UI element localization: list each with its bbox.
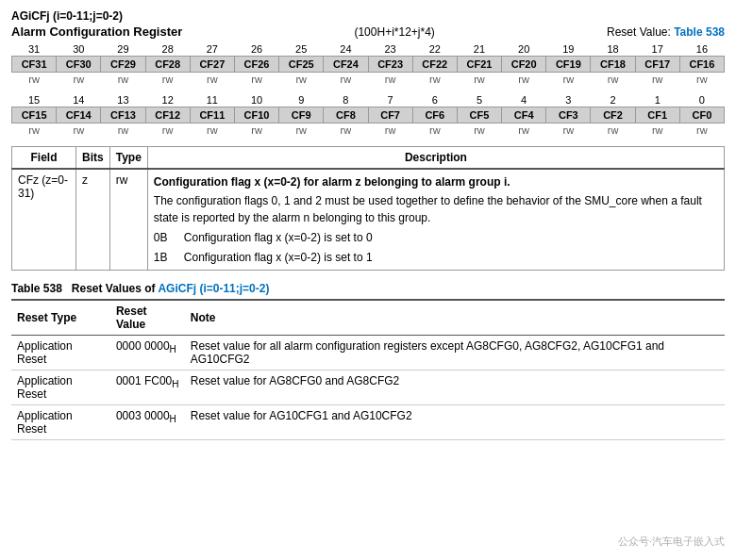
reset-table-header: Note bbox=[185, 300, 725, 336]
sub-item-label: 1B bbox=[154, 249, 176, 266]
access-cell: rw bbox=[635, 124, 679, 138]
bit-number: 25 bbox=[279, 42, 324, 57]
reset-cell-note: Reset value for all alarm configuration … bbox=[185, 336, 725, 371]
reset-table-row: Application Reset0001 FC00HReset value f… bbox=[11, 371, 725, 405]
field-cell: CF23 bbox=[368, 57, 412, 73]
bit-number: 30 bbox=[57, 42, 101, 57]
bit-number: 31 bbox=[12, 42, 57, 57]
field-cell: CF5 bbox=[457, 107, 501, 124]
access-cell: rw bbox=[412, 73, 457, 87]
field-cell: CF17 bbox=[635, 57, 679, 73]
bit-number: 14 bbox=[57, 93, 101, 107]
access-cell: rw bbox=[12, 73, 57, 87]
field-cell: CF14 bbox=[57, 107, 101, 124]
access-cell: rw bbox=[591, 73, 635, 87]
field-cell: CF27 bbox=[190, 57, 234, 73]
field-table: FieldBitsTypeDescription CFz (z=0-31)zrw… bbox=[11, 146, 725, 271]
bit-number: 20 bbox=[502, 42, 546, 57]
bit-number: 29 bbox=[101, 42, 145, 57]
sub-item-text: Configuration flag x (x=0-2) is set to 0 bbox=[184, 229, 373, 246]
reset-cell-type: Application Reset bbox=[11, 371, 110, 405]
reset-cell-value: 0003 0000H bbox=[110, 405, 185, 440]
field-cell: CF26 bbox=[234, 57, 278, 73]
bit-number: 11 bbox=[190, 93, 234, 107]
bit-number: 27 bbox=[190, 42, 234, 57]
field-cell: CF11 bbox=[190, 107, 234, 124]
access-cell: rw bbox=[57, 73, 101, 87]
field-cell: CF21 bbox=[457, 57, 501, 73]
register-id: AGiCFj (i=0-11;j=0-2) bbox=[11, 9, 725, 23]
bit-number: 3 bbox=[546, 93, 591, 107]
reset-cell-note: Reset value for AG8CFG0 and AG8CFG2 bbox=[185, 371, 725, 405]
reset-table-header: Reset Value bbox=[110, 300, 185, 336]
reset-cell-value: 0001 FC00H bbox=[110, 371, 185, 405]
field-cell: CF12 bbox=[145, 107, 190, 124]
access-cell: rw bbox=[190, 124, 234, 138]
access-cell: rw bbox=[591, 124, 635, 138]
field-cell: CF9 bbox=[279, 107, 324, 124]
access-cell: rw bbox=[679, 73, 724, 87]
reset-table: Reset TypeReset ValueNote Application Re… bbox=[11, 299, 725, 440]
field-bits-cell: z bbox=[76, 169, 110, 271]
access-cell: rw bbox=[502, 73, 546, 87]
reset-value-label: Reset Value: Table 538 bbox=[607, 25, 725, 39]
access-cell: rw bbox=[546, 124, 591, 138]
reset-table-title: Table 538 Reset Values of AGiCFj (i=0-11… bbox=[11, 282, 725, 295]
bit-number: 19 bbox=[546, 42, 591, 57]
bit-number: 7 bbox=[368, 93, 412, 107]
watermark: 公众号·汽车电子嵌入式 bbox=[618, 535, 725, 549]
field-cell: CF1 bbox=[635, 107, 679, 124]
field-table-header: Bits bbox=[76, 147, 110, 170]
field-cell: CF28 bbox=[145, 57, 190, 73]
field-cell: CF16 bbox=[679, 57, 724, 73]
field-cell: CF6 bbox=[412, 107, 457, 124]
lower-bit-table: 1514131211109876543210CF15CF14CF13CF12CF… bbox=[11, 93, 725, 137]
bit-number: 15 bbox=[12, 93, 57, 107]
field-cell: CF22 bbox=[412, 57, 457, 73]
bit-number: 9 bbox=[279, 93, 324, 107]
bit-number: 5 bbox=[457, 93, 501, 107]
access-cell: rw bbox=[234, 124, 278, 138]
field-sub-item: 1BConfiguration flag x (x=0-2) is set to… bbox=[154, 249, 718, 266]
access-cell: rw bbox=[679, 124, 724, 138]
field-desc-bold: Configuration flag x (x=0-2) for alarm z… bbox=[154, 175, 510, 189]
reg-name: Alarm Configuration Register bbox=[11, 25, 182, 39]
field-table-header: Type bbox=[109, 147, 147, 170]
access-cell: rw bbox=[324, 124, 368, 138]
reset-table-link[interactable]: AGiCFj (i=0-11;j=0-2) bbox=[158, 282, 269, 295]
bit-number: 0 bbox=[679, 93, 724, 107]
access-cell: rw bbox=[234, 73, 278, 87]
sub-item-label: 0B bbox=[154, 229, 176, 246]
bit-number: 17 bbox=[635, 42, 679, 57]
field-cell: CF13 bbox=[101, 107, 145, 124]
access-cell: rw bbox=[502, 124, 546, 138]
access-cell: rw bbox=[190, 73, 234, 87]
reset-table-number: Table 538 bbox=[11, 282, 72, 295]
reset-cell-value: 0000 0000H bbox=[110, 336, 185, 371]
field-cell: CF10 bbox=[234, 107, 278, 124]
access-cell: rw bbox=[368, 124, 412, 138]
bit-number: 16 bbox=[679, 42, 724, 57]
bit-number: 10 bbox=[234, 93, 278, 107]
reset-value-link[interactable]: Table 538 bbox=[674, 25, 725, 39]
access-cell: rw bbox=[457, 73, 501, 87]
bit-number: 1 bbox=[635, 93, 679, 107]
access-cell: rw bbox=[145, 73, 190, 87]
reg-header: Alarm Configuration Register (100H+i*12+… bbox=[11, 25, 725, 39]
field-cell: CF18 bbox=[591, 57, 635, 73]
bit-number: 6 bbox=[412, 93, 457, 107]
reset-table-row: Application Reset0000 0000HReset value f… bbox=[11, 336, 725, 371]
bit-number: 4 bbox=[502, 93, 546, 107]
access-cell: rw bbox=[12, 124, 57, 138]
reg-addr: (100H+i*12+j*4) bbox=[354, 25, 434, 39]
bit-number: 2 bbox=[591, 93, 635, 107]
field-cell: CF19 bbox=[546, 57, 591, 73]
access-cell: rw bbox=[57, 124, 101, 138]
upper-bit-table: 31302928272625242322212019181716CF31CF30… bbox=[11, 42, 725, 86]
access-cell: rw bbox=[412, 124, 457, 138]
reset-cell-type: Application Reset bbox=[11, 336, 110, 371]
reset-table-desc: Reset Values of bbox=[72, 282, 159, 295]
access-cell: rw bbox=[279, 124, 324, 138]
field-cell: CF4 bbox=[502, 107, 546, 124]
bit-number: 22 bbox=[412, 42, 457, 57]
